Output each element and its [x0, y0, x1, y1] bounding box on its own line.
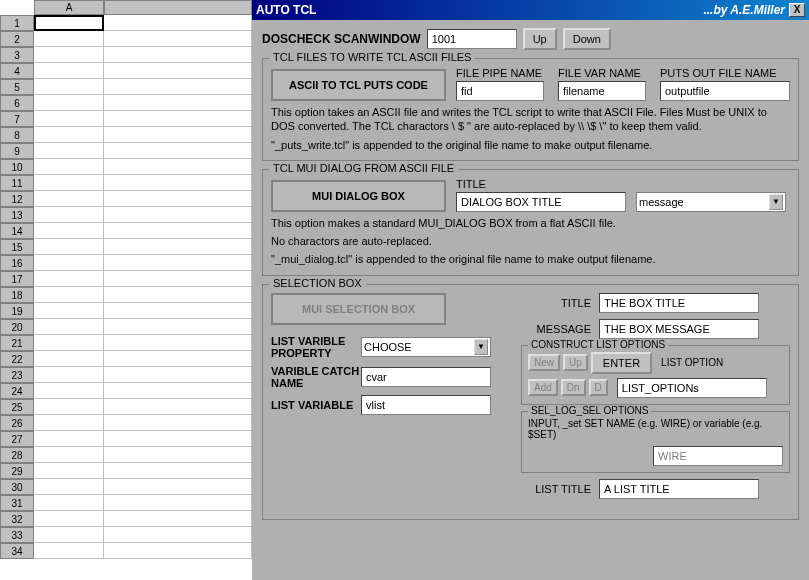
cell[interactable]: [34, 271, 104, 287]
cell[interactable]: [34, 95, 104, 111]
cell[interactable]: [34, 15, 104, 31]
cell[interactable]: [34, 207, 104, 223]
cell[interactable]: [34, 479, 104, 495]
row-header[interactable]: 3: [0, 47, 34, 63]
cell[interactable]: [104, 383, 252, 399]
cell[interactable]: [104, 431, 252, 447]
row-header[interactable]: 10: [0, 159, 34, 175]
cell[interactable]: [34, 143, 104, 159]
cell[interactable]: [104, 159, 252, 175]
lv-input[interactable]: [361, 395, 491, 415]
row-header[interactable]: 25: [0, 399, 34, 415]
cell[interactable]: [104, 191, 252, 207]
row-header[interactable]: 19: [0, 303, 34, 319]
row-header[interactable]: 21: [0, 335, 34, 351]
cell[interactable]: [104, 63, 252, 79]
row-header[interactable]: 14: [0, 223, 34, 239]
cell[interactable]: [104, 47, 252, 63]
cell[interactable]: [104, 127, 252, 143]
row-header[interactable]: 11: [0, 175, 34, 191]
row-header[interactable]: 15: [0, 239, 34, 255]
cell[interactable]: [104, 543, 252, 559]
cell[interactable]: [34, 511, 104, 527]
cell[interactable]: [104, 239, 252, 255]
cell[interactable]: [34, 31, 104, 47]
cell[interactable]: [34, 111, 104, 127]
d-button[interactable]: D: [589, 379, 608, 396]
row-header[interactable]: 13: [0, 207, 34, 223]
cell[interactable]: [34, 175, 104, 191]
cell[interactable]: [34, 543, 104, 559]
cell[interactable]: [104, 527, 252, 543]
ascii-to-tcl-button[interactable]: ASCII TO TCL PUTS CODE: [271, 69, 446, 101]
row-header[interactable]: 12: [0, 191, 34, 207]
cell[interactable]: [104, 447, 252, 463]
row-header[interactable]: 34: [0, 543, 34, 559]
cell[interactable]: [104, 111, 252, 127]
cell[interactable]: [34, 159, 104, 175]
sb-title-input[interactable]: [599, 293, 759, 313]
cell[interactable]: [104, 511, 252, 527]
chevron-down-icon[interactable]: ▼: [474, 339, 488, 355]
cell[interactable]: [34, 415, 104, 431]
pipe-input[interactable]: [456, 81, 544, 101]
row-header[interactable]: 30: [0, 479, 34, 495]
cell[interactable]: [104, 415, 252, 431]
col-header-a[interactable]: A: [34, 0, 104, 15]
cell[interactable]: [34, 335, 104, 351]
cell[interactable]: [104, 255, 252, 271]
row-header[interactable]: 4: [0, 63, 34, 79]
cell[interactable]: [34, 287, 104, 303]
row-header[interactable]: 6: [0, 95, 34, 111]
row-header[interactable]: 18: [0, 287, 34, 303]
enter-button[interactable]: ENTER: [591, 352, 652, 374]
cell[interactable]: [34, 399, 104, 415]
cell[interactable]: [104, 351, 252, 367]
new-button[interactable]: New: [528, 354, 560, 371]
cell[interactable]: [104, 207, 252, 223]
row-header[interactable]: 1: [0, 15, 34, 31]
cell[interactable]: [34, 447, 104, 463]
cell[interactable]: [34, 79, 104, 95]
up2-button[interactable]: Up: [563, 354, 588, 371]
row-header[interactable]: 20: [0, 319, 34, 335]
row-header[interactable]: 9: [0, 143, 34, 159]
cell[interactable]: [104, 463, 252, 479]
cell[interactable]: [104, 479, 252, 495]
cell[interactable]: [34, 351, 104, 367]
row-header[interactable]: 27: [0, 431, 34, 447]
cell[interactable]: [34, 367, 104, 383]
row-header[interactable]: 28: [0, 447, 34, 463]
cell[interactable]: [34, 47, 104, 63]
row-header[interactable]: 32: [0, 511, 34, 527]
cell[interactable]: [34, 239, 104, 255]
mui-dialog-button[interactable]: MUI DIALOG BOX: [271, 180, 446, 212]
cell[interactable]: [34, 127, 104, 143]
cell[interactable]: [34, 463, 104, 479]
cell[interactable]: [104, 319, 252, 335]
lvp-select[interactable]: CHOOSE ▼: [361, 337, 491, 357]
cell[interactable]: [104, 95, 252, 111]
mui-selection-button[interactable]: MUI SELECTION BOX: [271, 293, 446, 325]
cell[interactable]: [34, 495, 104, 511]
up-button[interactable]: Up: [523, 28, 557, 50]
wire-input[interactable]: [653, 446, 783, 466]
out-input[interactable]: [660, 81, 790, 101]
cell[interactable]: [104, 287, 252, 303]
var-input[interactable]: [558, 81, 646, 101]
cell[interactable]: [104, 271, 252, 287]
cell[interactable]: [34, 431, 104, 447]
row-header[interactable]: 5: [0, 79, 34, 95]
row-header[interactable]: 17: [0, 271, 34, 287]
cell[interactable]: [104, 223, 252, 239]
cell[interactable]: [104, 367, 252, 383]
cell[interactable]: [34, 223, 104, 239]
row-header[interactable]: 26: [0, 415, 34, 431]
row-header[interactable]: 22: [0, 351, 34, 367]
row-header[interactable]: 23: [0, 367, 34, 383]
cell[interactable]: [34, 383, 104, 399]
mui-msg-select[interactable]: message ▼: [636, 192, 786, 212]
cell[interactable]: [104, 15, 252, 31]
cell[interactable]: [34, 63, 104, 79]
cell[interactable]: [104, 79, 252, 95]
